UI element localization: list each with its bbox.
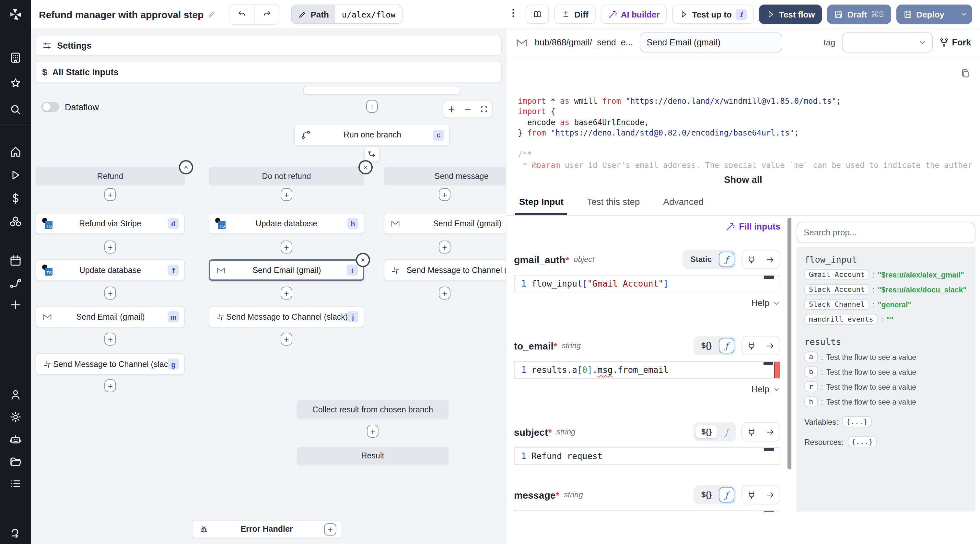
plug-icon[interactable] [742,423,761,441]
flow-input-node[interactable] [303,86,460,95]
ai-builder-button[interactable]: AI builder [601,5,667,24]
search-prop-input[interactable] [797,222,975,243]
variables-object-pill[interactable]: {...} [842,416,872,427]
redo-button[interactable] [254,5,279,24]
insert-step-button[interactable]: + [281,333,292,346]
result-row[interactable]: a:Test the flow to see a value [804,351,969,362]
insert-step-button[interactable]: + [104,188,116,201]
result-row[interactable]: h:Test the flow to see a value [804,396,969,407]
path-pill[interactable]: Path u/alex/flow [291,5,402,24]
help-toggle[interactable]: Help [514,298,780,308]
insert-step-button[interactable]: + [104,333,116,346]
result-key[interactable]: r [804,381,818,392]
collect-result-node[interactable]: Collect result from chosen branch [297,400,449,419]
flow-step-node[interactable]: Send Message to Channel (slack)j [209,306,364,327]
result-key[interactable]: h [804,396,818,407]
dataflow-toggle[interactable] [41,102,59,112]
flow-step-node[interactable]: Send Email (gmail)m [36,306,185,327]
result-node[interactable]: Result [297,447,449,465]
insert-step-button[interactable]: + [281,287,292,300]
test-up-to-button[interactable]: Test up toi [672,5,754,24]
flow-step-node[interactable]: TSUpdate databasef [36,259,185,281]
tab-advanced[interactable]: Advanced [663,193,703,215]
prop-key[interactable]: mandrill_events [804,314,878,325]
show-all-code-button[interactable]: Show all [506,168,980,193]
more-menu-button[interactable] [508,7,519,21]
result-key[interactable]: a [804,351,818,362]
tab-test-this-step[interactable]: Test this step [587,193,640,215]
branch-header[interactable]: Do not refund [209,167,364,185]
tag-select[interactable] [842,32,932,53]
expression-editor[interactable]: 1flow_input["Gmail Account"] [514,275,780,292]
expression-editor[interactable]: 1Refund request [514,447,780,465]
undo-button[interactable] [229,5,254,24]
flow-step-node[interactable]: Send Email (gmail)i [209,259,364,281]
sidebar-item-logs[interactable] [9,477,22,490]
edit-title-icon[interactable] [207,10,216,19]
branch-header[interactable]: Refund [36,167,185,185]
insert-step-button[interactable]: + [104,287,116,300]
diff-button[interactable]: Diff [554,5,595,24]
sidebar-item-runs[interactable] [9,169,22,182]
prop-row[interactable]: mandrill_events:"" [804,314,969,325]
insert-step-button[interactable]: + [104,379,116,392]
add-error-handler-button[interactable]: + [324,523,336,535]
prop-row[interactable]: Gmail Account:"$res:u/alex/alex_gmail" [804,269,969,280]
zoom-in-button[interactable] [443,101,460,117]
flow-step-node[interactable]: TSUpdate databaseh [209,213,364,234]
help-toggle[interactable]: Help [514,384,780,394]
fullscreen-button[interactable] [476,101,492,117]
static-mode-button[interactable]: Static [685,253,718,266]
js-expression-mode-button[interactable]: ƒ [719,487,734,503]
branch-node[interactable]: Run one branchc [294,124,450,146]
sidebar-item-home[interactable] [9,145,22,158]
remove-step-button[interactable] [356,253,370,267]
sidebar-item-account[interactable] [9,388,22,401]
insert-step-button[interactable]: + [439,188,450,201]
plug-icon[interactable] [742,337,761,355]
result-row[interactable]: r:Test the flow to see a value [804,381,969,392]
insert-step-button[interactable]: + [281,241,292,254]
sidebar-item-favorites[interactable] [9,77,22,90]
fill-inputs-button[interactable]: Fill inputs [514,222,780,231]
js-expression-mode-button[interactable]: ƒ [719,338,734,353]
fields-scrollbar[interactable] [788,218,791,469]
resources-object-pill[interactable]: {...} [848,436,877,447]
insert-step-button[interactable]: + [366,100,378,113]
arrow-right-icon[interactable] [761,250,780,268]
remove-branch-button[interactable] [179,160,193,174]
insert-step-button[interactable]: + [439,241,450,254]
flow-step-node[interactable]: TSRefund via Striped [36,213,185,234]
sidebar-item-search[interactable] [9,103,22,116]
zoom-out-button[interactable] [460,101,476,117]
expression-editor[interactable]: 1`Hello! \nThank you for your message. \… [514,510,780,512]
step-summary-input[interactable] [640,32,782,53]
arrow-right-icon[interactable] [761,337,780,355]
insert-step-button[interactable]: + [367,425,379,438]
prop-key[interactable]: Slack Account [804,284,869,295]
draft-button[interactable]: Draft⌘S [827,5,891,24]
deploy-options-button[interactable] [955,5,972,23]
sidebar-item-collapse[interactable] [9,527,22,540]
test-flow-button[interactable]: Test flow [759,5,822,24]
prop-key[interactable]: Gmail Account [804,269,869,280]
error-handler-node[interactable]: Error Handler+ [192,520,342,538]
sidebar-item-settings[interactable] [9,410,22,423]
sidebar-item-resources[interactable] [9,215,22,228]
js-expression-mode-button[interactable]: ƒ [719,252,734,267]
step-code-preview[interactable]: import * as wmill from "https://deno.lan… [506,56,980,168]
js-expression-mode-button[interactable]: ƒ [719,424,734,440]
plug-icon[interactable] [742,486,761,504]
insert-step-button[interactable]: + [104,241,116,254]
arrow-right-icon[interactable] [761,486,780,504]
hub-script-path[interactable]: hub/868/gmail/_send_e... [535,38,633,47]
sidebar-item-create[interactable] [9,298,22,311]
template-mode-button[interactable]: ${} [695,425,718,438]
flow-step-node[interactable]: Send Message to Channel (slack) [384,259,506,281]
arrow-right-icon[interactable] [761,423,780,441]
prop-row[interactable]: Slack Account:"$res:u/alex/docu_slack" [804,284,969,295]
docs-button[interactable] [526,5,549,24]
branch-header[interactable]: Send message [384,167,506,185]
flow-step-node[interactable]: Send Email (gmail) [384,213,506,234]
expression-editor[interactable]: 1results.a[0].msg.from_email [514,361,780,379]
